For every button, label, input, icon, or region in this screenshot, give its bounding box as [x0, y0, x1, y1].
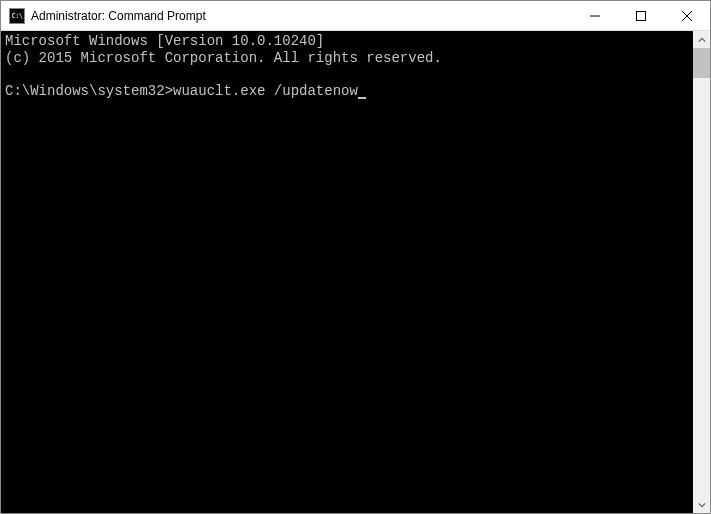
- command-input[interactable]: wuauclt.exe /updatenow: [173, 83, 358, 99]
- chevron-up-icon: [698, 36, 706, 44]
- prompt-line: C:\Windows\system32>wuauclt.exe /updaten…: [5, 83, 366, 99]
- maximize-button[interactable]: [618, 1, 664, 30]
- terminal-container: Microsoft Windows [Version 10.0.10240] (…: [1, 31, 710, 513]
- app-icon: C:\: [9, 8, 25, 24]
- scroll-track[interactable]: [693, 48, 710, 496]
- minimize-icon: [590, 11, 600, 21]
- command-prompt-window: C:\ Administrator: Command Prompt Mi: [0, 0, 711, 514]
- prompt-prefix: C:\Windows\system32>: [5, 83, 173, 99]
- window-title: Administrator: Command Prompt: [31, 9, 572, 23]
- scroll-down-button[interactable]: [693, 496, 710, 513]
- scroll-thumb[interactable]: [693, 48, 710, 78]
- version-line: Microsoft Windows [Version 10.0.10240]: [5, 33, 324, 49]
- close-icon: [682, 11, 692, 21]
- vertical-scrollbar[interactable]: [693, 31, 710, 513]
- svg-rect-1: [637, 11, 646, 20]
- window-controls: [572, 1, 710, 30]
- terminal-output[interactable]: Microsoft Windows [Version 10.0.10240] (…: [1, 31, 693, 513]
- copyright-line: (c) 2015 Microsoft Corporation. All righ…: [5, 50, 442, 66]
- maximize-icon: [636, 11, 646, 21]
- minimize-button[interactable]: [572, 1, 618, 30]
- close-button[interactable]: [664, 1, 710, 30]
- cursor: [358, 97, 366, 99]
- titlebar[interactable]: C:\ Administrator: Command Prompt: [1, 1, 710, 31]
- chevron-down-icon: [698, 501, 706, 509]
- scroll-up-button[interactable]: [693, 31, 710, 48]
